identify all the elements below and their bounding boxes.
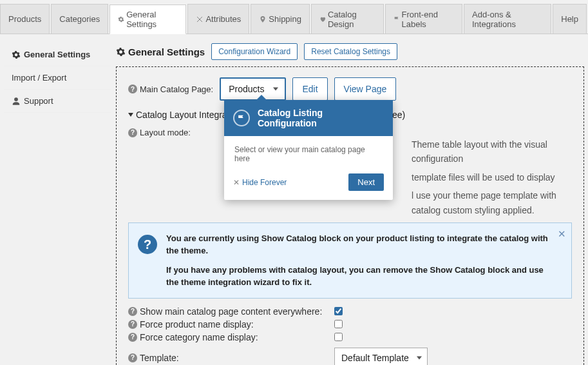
layout-mode-label: ? Layout mode:: [128, 128, 238, 137]
page-title: General Settings: [116, 46, 205, 57]
help-icon[interactable]: ?: [128, 353, 137, 362]
gear-icon: [116, 47, 126, 57]
help-icon[interactable]: ?: [128, 84, 137, 94]
edit-button[interactable]: Edit: [292, 77, 327, 101]
x-icon: ✕: [233, 178, 240, 187]
main-catalog-page-label: ? Main Catalog Page:: [128, 84, 213, 94]
tab-products[interactable]: Products: [0, 4, 50, 34]
info-text-2: If you have any problems with catalog la…: [166, 264, 548, 289]
popover-arrow: [256, 95, 267, 100]
tab-help[interactable]: Help: [553, 4, 587, 34]
template-select[interactable]: Default Template: [334, 348, 428, 365]
caret-down-icon: [128, 113, 133, 117]
sidebar-item-general-settings[interactable]: General Settings: [4, 43, 111, 66]
hide-forever-link[interactable]: ✕ Hide Forever: [233, 178, 287, 187]
pin-icon: [259, 15, 267, 23]
reset-catalog-settings-button[interactable]: Reset Catalog Settings: [304, 43, 397, 60]
show-main-catalog-label: ?Show main catalog page content everywhe…: [128, 306, 334, 317]
force-product-name-label: ?Force product name display:: [128, 319, 334, 330]
flag-icon: [394, 15, 400, 23]
gear-icon: [118, 15, 124, 23]
top-tabs: Products Categories General Settings Att…: [0, 0, 588, 34]
info-box: ✕ ? You are currently using Show Catalog…: [128, 222, 572, 299]
help-icon[interactable]: ?: [128, 333, 137, 342]
show-main-catalog-checkbox[interactable]: [334, 307, 343, 315]
question-icon: ?: [138, 235, 157, 254]
sidebar-item-support[interactable]: Support: [4, 90, 111, 113]
onboarding-popover: Catalog Listing Configuration Select or …: [224, 100, 393, 200]
tab-shipping[interactable]: Shipping: [251, 4, 310, 34]
tab-addons[interactable]: Add-ons & Integrations: [464, 4, 551, 34]
close-icon[interactable]: ✕: [558, 227, 566, 242]
help-icon[interactable]: ?: [128, 320, 137, 329]
view-page-button[interactable]: View Page: [334, 77, 397, 101]
template-label: ?Template:: [128, 353, 334, 363]
configuration-wizard-button[interactable]: Configuration Wizard: [211, 43, 298, 60]
tab-categories[interactable]: Categories: [51, 4, 108, 34]
sidebar: General Settings Import / Export Support: [4, 43, 111, 365]
tab-general-settings[interactable]: General Settings: [109, 5, 186, 34]
command-icon: [196, 15, 204, 23]
force-product-name-checkbox[interactable]: [334, 320, 343, 328]
tab-attributes[interactable]: Attributes: [187, 4, 249, 34]
help-icon[interactable]: ?: [128, 307, 137, 316]
help-icon[interactable]: ?: [128, 128, 137, 137]
tab-frontend-labels[interactable]: Front-end Labels: [385, 4, 462, 34]
tab-catalog-design[interactable]: Catalog Design: [311, 4, 384, 34]
popover-body: Select or view your main catalog page he…: [224, 136, 393, 170]
flag-icon: [233, 110, 250, 126]
content-area: General Settings Configuration Wizard Re…: [116, 43, 584, 365]
sidebar-item-import-export[interactable]: Import / Export: [4, 66, 111, 90]
force-category-name-checkbox[interactable]: [334, 333, 343, 341]
force-category-name-label: ?Force category name display:: [128, 332, 334, 342]
main-catalog-page-select[interactable]: Products: [220, 77, 286, 101]
user-icon: [12, 97, 21, 106]
popover-title: Catalog Listing Configuration: [258, 108, 384, 128]
gear-icon: [12, 50, 21, 59]
info-text-1: You are currently using Show Catalog blo…: [166, 232, 548, 257]
next-button[interactable]: Next: [348, 173, 384, 191]
heart-icon: [319, 15, 326, 23]
